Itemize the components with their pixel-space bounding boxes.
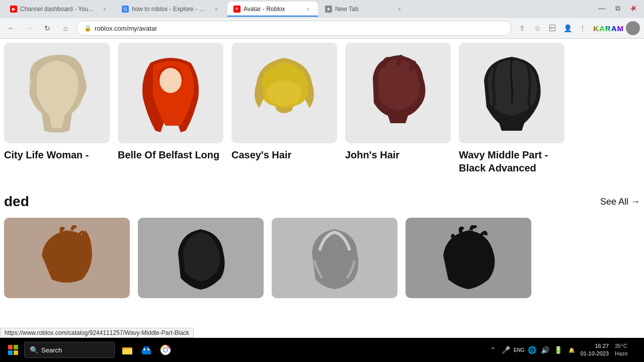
taskbar-store[interactable]	[138, 341, 155, 358]
tab-favicon-roblox-avatar: R	[233, 6, 240, 13]
user-icon[interactable]: 👤	[561, 22, 574, 35]
caseys-hair-label: Casey's Hair	[231, 148, 337, 161]
belle-belfast-label: Belle Of Belfast Long	[118, 148, 223, 161]
tab-favicon-youtube: ▶	[10, 6, 17, 13]
hair-card-caseys-hair	[231, 43, 337, 143]
hair-item-wavy-middle-part[interactable]: Wavy Middle Part - Black Advanced	[459, 43, 565, 174]
city-life-woman-label: City Life Woman -	[4, 148, 110, 161]
tab-favicon-new-tab: ★	[325, 6, 332, 13]
recommended-grid	[0, 214, 644, 298]
search-label: Search	[41, 346, 62, 354]
svg-rect-10	[122, 347, 126, 349]
tab-close-roblox-avatar[interactable]: ×	[304, 5, 312, 13]
status-url: https://www.roblox.com/catalog/924411125…	[0, 328, 194, 338]
tab-label-google: how to roblox - Explore - Goog...	[132, 6, 209, 13]
address-bar-actions: ⇧ ☆ 🅎 👤 ⋮ KARAM	[516, 21, 640, 35]
svg-rect-11	[142, 349, 151, 354]
svg-rect-6	[8, 350, 13, 355]
address-bar-row: ← → ↻ ⌂ 🔒 roblox.com/my/avatar ⇧ ☆ 🅎 👤 ⋮…	[0, 18, 644, 38]
svg-point-13	[147, 348, 149, 350]
system-tray: ⌃ 🎤 ENG 🌐 🔊 🔋 🔔	[488, 345, 577, 355]
minimize-button[interactable]: —	[596, 2, 608, 14]
tray-chevron[interactable]: ⌃	[488, 345, 498, 355]
address-text: roblox.com/my/avatar	[95, 25, 157, 32]
user-avatar[interactable]	[626, 21, 640, 35]
wavy-hair-svg	[476, 53, 547, 133]
tab-close-new-tab[interactable]: ×	[395, 5, 404, 13]
hair-item-johns-hair[interactable]: John's Hair	[345, 43, 451, 174]
tray-mic[interactable]: 🎤	[501, 345, 511, 355]
back-button[interactable]: ←	[4, 21, 18, 35]
city-life-woman-hair-svg	[22, 53, 92, 133]
start-button[interactable]	[4, 341, 22, 359]
refresh-button[interactable]: ↻	[40, 21, 54, 35]
section-label: ded	[4, 194, 29, 210]
tab-label-new-tab: New Tab	[335, 6, 392, 13]
maximize-button[interactable]: ⧉	[612, 2, 624, 14]
rec-item-2[interactable]	[272, 218, 397, 298]
tab-favicon-google: G	[122, 6, 129, 13]
window-controls: — ⧉ ✕	[596, 2, 640, 14]
hair-item-belle-of-belfast[interactable]: Belle Of Belfast Long	[118, 43, 223, 174]
clock-date: 01-10-2023	[581, 350, 609, 357]
taskbar-search[interactable]: 🔍 Search	[24, 342, 115, 358]
extension-icon[interactable]: 🅎	[546, 22, 559, 35]
taskbar-right: ⌃ 🎤 ENG 🌐 🔊 🔋 🔔 16:27 01-10-2023 35°C Ha…	[488, 342, 640, 358]
tray-lang[interactable]: ENG	[514, 345, 524, 355]
tab-label-roblox-avatar: Avatar - Roblox	[244, 6, 301, 13]
svg-rect-9	[122, 349, 132, 354]
hair-card-belle-of-belfast	[118, 43, 223, 143]
browser-tab-new-tab[interactable]: ★New Tab×	[319, 2, 410, 17]
johns-hair-label: John's Hair	[345, 148, 451, 161]
close-button[interactable]: ✕	[628, 2, 640, 14]
tray-notifications[interactable]: 🔔	[567, 345, 577, 355]
tab-label-youtube: Channel dashboard - YouTube	[20, 6, 98, 13]
taskbar-chrome[interactable]	[157, 341, 174, 358]
svg-rect-5	[14, 345, 18, 349]
hair-card-johns-hair	[345, 43, 451, 143]
hair-item-city-life-woman[interactable]: City Life Woman -	[4, 43, 110, 174]
tab-close-google[interactable]: ×	[212, 5, 220, 13]
section-row: ded See All →	[0, 185, 644, 214]
tab-bar: ▶Channel dashboard - YouTube×Ghow to rob…	[0, 0, 644, 18]
karam-logo: KARAM	[593, 24, 624, 33]
tray-network[interactable]: 🌐	[527, 345, 537, 355]
svg-rect-4	[8, 345, 13, 349]
svg-rect-7	[14, 350, 18, 355]
hair-grid: City Life Woman - Belle Of Belfast Long	[0, 39, 644, 174]
page-content: City Life Woman - Belle Of Belfast Long	[0, 39, 644, 338]
taskbar: 🔍 Search ⌃ 🎤	[0, 338, 644, 362]
wavy-middle-part-label: Wavy Middle Part - Black Advanced	[459, 148, 565, 174]
browser-tab-roblox-avatar[interactable]: RAvatar - Roblox×	[227, 2, 318, 17]
taskbar-file-explorer[interactable]	[119, 341, 136, 358]
tray-battery[interactable]: 🔋	[553, 345, 564, 355]
address-bar[interactable]: 🔒 roblox.com/my/avatar	[76, 21, 512, 36]
svg-point-3	[267, 80, 302, 106]
menu-icon[interactable]: ⋮	[576, 22, 589, 35]
share-icon[interactable]: ⇧	[516, 22, 529, 35]
clock-time: 16:27	[595, 342, 609, 350]
belle-hair-svg	[135, 53, 206, 133]
hair-card-wavy-middle-part	[459, 43, 565, 143]
johns-hair-svg	[363, 53, 433, 133]
svg-point-16	[164, 348, 168, 352]
rec-item-3[interactable]	[406, 218, 531, 298]
rec-item-0[interactable]	[4, 218, 130, 298]
forward-button[interactable]: →	[22, 21, 36, 35]
tab-close-youtube[interactable]: ×	[101, 5, 109, 13]
see-all-button[interactable]: See All →	[600, 197, 640, 207]
browser-tab-youtube[interactable]: ▶Channel dashboard - YouTube×	[4, 2, 115, 17]
browser-chrome: ▶Channel dashboard - YouTube×Ghow to rob…	[0, 0, 644, 39]
svg-point-2	[159, 68, 182, 93]
bookmark-icon[interactable]: ☆	[531, 22, 544, 35]
home-button[interactable]: ⌂	[58, 21, 72, 35]
tray-volume[interactable]: 🔊	[540, 345, 550, 355]
rec-item-1[interactable]	[138, 218, 264, 298]
svg-point-12	[143, 348, 145, 350]
hair-item-caseys-hair[interactable]: Casey's Hair	[231, 43, 337, 174]
browser-tab-google[interactable]: Ghow to roblox - Explore - Goog...×	[116, 2, 226, 17]
caseys-hair-svg	[249, 53, 319, 133]
hair-card-city-life-woman	[4, 43, 110, 143]
weather-temp: 35°C	[615, 342, 627, 350]
weather-condition: Haze	[615, 350, 628, 357]
